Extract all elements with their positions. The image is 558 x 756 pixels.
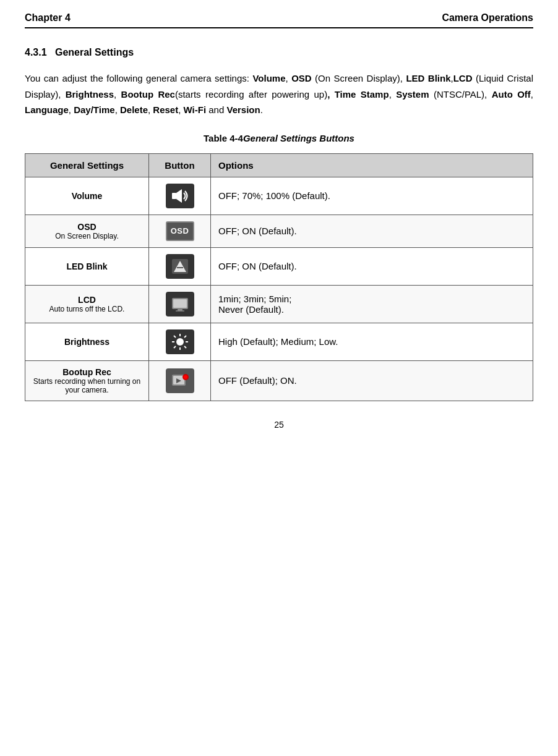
table-cell-setting: Brightness: [25, 323, 149, 360]
section-number: 4.3.1: [25, 47, 47, 57]
body-text-paragraph: You can adjust the following general cam…: [25, 70, 533, 118]
header-chapter: Chapter 4: [25, 12, 71, 23]
table-cell-button: [149, 360, 211, 401]
table-caption-italic: General Settings Buttons: [243, 133, 354, 143]
table-cell-button: OSD: [149, 214, 211, 247]
row-label: Brightness: [33, 337, 141, 347]
col-header-button: Button: [149, 153, 211, 177]
page-footer: 25: [25, 420, 533, 430]
icon-cell: [157, 292, 203, 316]
svg-line-16: [184, 336, 186, 338]
table-caption-label: Table 4-4: [204, 133, 243, 143]
row-label: Volume: [33, 191, 141, 201]
page-header: Chapter 4 Camera Operations: [25, 12, 533, 28]
table-row: Bootup RecStarts recording when turning …: [25, 360, 533, 401]
table-row: LED Blink OFF; ON (Default).: [25, 247, 533, 285]
icon-cell: OSD: [157, 221, 203, 241]
table-cell-setting: Bootup RecStarts recording when turning …: [25, 360, 149, 401]
table-row: Volume OFF; 70%; 100% (Default).: [25, 177, 533, 214]
table-row: OSDOn Screen Display.OSDOFF; ON (Default…: [25, 214, 533, 247]
col-header-options: Options: [211, 153, 533, 177]
row-label: LCD: [33, 295, 141, 305]
page-wrapper: Chapter 4 Camera Operations 4.3.1 Genera…: [0, 0, 558, 756]
svg-point-21: [184, 375, 187, 379]
table-cell-options: OFF (Default); ON.: [211, 360, 533, 401]
row-sublabel: Auto turns off the LCD.: [33, 305, 141, 313]
row-label: OSD: [33, 222, 141, 232]
svg-line-14: [174, 336, 176, 338]
icon-cell: [157, 254, 203, 279]
table-row: LCDAuto turns off the LCD. 1min; 3min; 5…: [25, 285, 533, 323]
table-cell-setting: LCDAuto turns off the LCD.: [25, 285, 149, 323]
icon-cell: [157, 329, 203, 354]
settings-table: General Settings Button Options Volume O…: [25, 153, 533, 401]
brightness-icon: [166, 329, 194, 354]
bootup-icon: [166, 368, 194, 393]
icon-cell: [157, 184, 203, 208]
lcd-icon: [166, 292, 194, 316]
svg-rect-0: [172, 193, 176, 199]
col-header-setting: General Settings: [25, 153, 149, 177]
section-heading: 4.3.1 General Settings: [25, 47, 533, 58]
svg-rect-6: [173, 299, 187, 308]
osd-icon: OSD: [166, 221, 194, 241]
section-title: General Settings: [55, 47, 134, 57]
volume-icon: [166, 184, 194, 208]
icon-cell: [157, 368, 203, 393]
table-row: Brightness High (Default); Medium; Low.: [25, 323, 533, 360]
row-label: LED Blink: [33, 261, 141, 271]
svg-point-9: [176, 338, 184, 346]
table-caption: Table 4-4General Settings Buttons: [25, 133, 533, 143]
svg-line-17: [174, 346, 176, 348]
table-header-row: General Settings Button Options: [25, 153, 533, 177]
row-sublabel: On Screen Display.: [33, 232, 141, 240]
row-sublabel: Starts recording when turning on your ca…: [33, 377, 141, 394]
led-icon: [166, 254, 194, 279]
table-cell-options: High (Default); Medium; Low.: [211, 323, 533, 360]
table-cell-setting: OSDOn Screen Display.: [25, 214, 149, 247]
svg-marker-1: [176, 189, 182, 203]
table-cell-setting: Volume: [25, 177, 149, 214]
page-number: 25: [274, 420, 284, 430]
table-cell-options: OFF; ON (Default).: [211, 214, 533, 247]
svg-line-15: [184, 346, 186, 348]
table-cell-button: [149, 285, 211, 323]
table-cell-button: [149, 177, 211, 214]
header-title: Camera Operations: [442, 12, 533, 23]
table-cell-options: OFF; 70%; 100% (Default).: [211, 177, 533, 214]
table-cell-button: [149, 247, 211, 285]
row-label: Bootup Rec: [33, 367, 141, 377]
table-cell-button: [149, 323, 211, 360]
table-cell-options: OFF; ON (Default).: [211, 247, 533, 285]
table-cell-setting: LED Blink: [25, 247, 149, 285]
table-cell-options: 1min; 3min; 5min;Never (Default).: [211, 285, 533, 323]
